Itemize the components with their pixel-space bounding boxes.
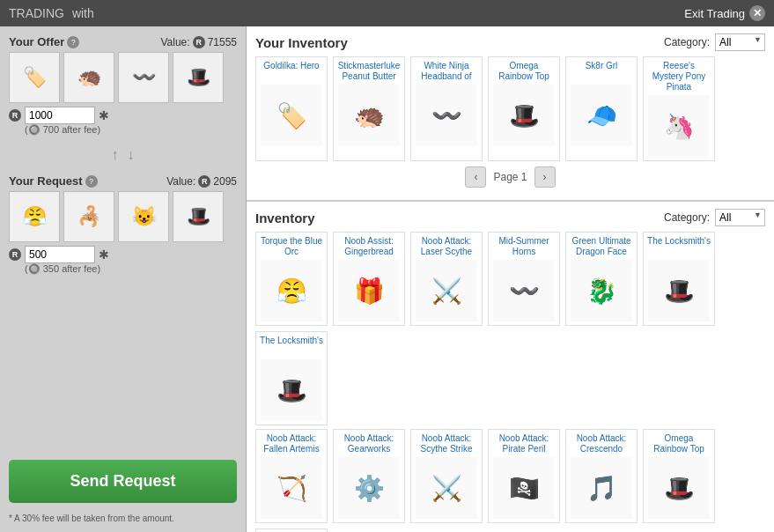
request-item-3[interactable]: 😺 <box>118 191 169 242</box>
request-header: Your Request ? Value: R 2095 <box>9 174 237 188</box>
robux-icon-request: R <box>198 175 210 188</box>
left-panel: Your Offer ? Value: R 71555 🏷️ 🦔 〰️ <box>0 26 247 532</box>
exit-label: Exit Trading <box>684 7 745 20</box>
offer-value-label: Value: <box>160 36 189 48</box>
offer-plus-row: R ✱ <box>9 107 237 124</box>
inv-item-7-img: 🎩 <box>261 359 322 421</box>
inventory-category-select[interactable]: All Hats Faces Gear <box>715 209 765 226</box>
request-fee-note: (🔘 350 after fee) <box>25 263 237 275</box>
request-item-1[interactable]: 😤 <box>9 191 60 242</box>
inv-item-3-name: Noob Attack: Laser Scythe <box>415 236 478 257</box>
inv-item-13[interactable]: Omega Rainbow Top 🎩 <box>643 429 715 523</box>
offer-items-grid: 🏷️ 🦔 〰️ 🎩 <box>9 52 237 103</box>
exit-trading-button[interactable]: Exit Trading ✕ <box>684 5 765 21</box>
inv-item-4[interactable]: Mid-Summer Horns 〰️ <box>488 232 560 326</box>
inv-item-10-img: ⚔️ <box>416 457 477 519</box>
main-layout: Your Offer ? Value: R 71555 🏷️ 🦔 〰️ <box>0 26 774 532</box>
offer-item-4[interactable]: 🎩 <box>173 52 224 103</box>
inventory-category-label: Category: <box>664 211 710 224</box>
your-inv-item-3[interactable]: White Ninja Headband of 〰️ <box>410 56 483 161</box>
inv-item-12-name: Noob Attack: Crescendo <box>570 433 633 454</box>
inv-item-9-img: ⚙️ <box>338 457 400 519</box>
inventory-category-select-wrap[interactable]: All Hats Faces Gear <box>715 209 765 226</box>
offer-value-number: 71555 <box>208 36 237 48</box>
your-inventory-pagination: ‹ Page 1 › <box>255 161 765 193</box>
your-inventory-section: Your Inventory Category: All Hats Faces … <box>247 26 774 202</box>
fee-disclaimer: * A 30% fee will be taken from the amoun… <box>9 514 237 523</box>
inventory-items-grid: Torque the Blue Orc 😤 Noob Assist: Ginge… <box>255 232 765 425</box>
your-inv-item-6-name: Reese's Mystery Pony Pinata <box>647 61 711 92</box>
your-inv-item-2-name: Stickmasterluke Peanut Butter <box>337 61 401 82</box>
inv-item-2[interactable]: Noob Assist: Gingerbread 🎁 <box>333 232 405 326</box>
send-request-button[interactable]: Send Request <box>9 460 237 503</box>
inv-item-4-name: Mid-Summer Horns <box>492 236 556 257</box>
inv-item-1[interactable]: Torque the Blue Orc 😤 <box>255 232 328 326</box>
inv-item-6-img: 🎩 <box>648 260 710 321</box>
robux-icon-offer: R <box>193 36 205 48</box>
your-inv-next-page-button[interactable]: › <box>534 166 556 188</box>
your-inv-prev-page-button[interactable]: ‹ <box>465 166 486 188</box>
your-offer-section: Your Offer ? Value: R 71555 🏷️ 🦔 〰️ <box>9 35 237 136</box>
your-inventory-category-select[interactable]: All Hats Faces Gear <box>715 33 765 51</box>
your-inventory-items-grid: Goldilka: Hero 🏷️ Stickmasterluke Peanut… <box>255 56 765 161</box>
multiply-sign-offer: ✱ <box>99 108 109 122</box>
offer-plus-input[interactable] <box>25 107 95 124</box>
inv-item-5[interactable]: Green Ultimate Dragon Face 🐉 <box>565 232 638 326</box>
offer-help-icon[interactable]: ? <box>67 36 79 48</box>
inv-item-5-name: Green Ultimate Dragon Face <box>570 236 633 257</box>
inventory-items-grid-2: Noob Attack: Fallen Artemis 🏹 Noob Attac… <box>255 429 765 532</box>
offer-item-3[interactable]: 〰️ <box>118 52 169 103</box>
multiply-sign-request: ✱ <box>99 248 109 262</box>
request-item-4[interactable]: 🎩 <box>173 191 224 242</box>
trading-word: TRADING <box>9 6 64 20</box>
inv-item-9[interactable]: Noob Attack: Gearworks ⚙️ <box>333 429 405 523</box>
your-inv-item-6-img: 🦄 <box>648 95 710 157</box>
your-inv-item-5[interactable]: Sk8r Grl 🧢 <box>565 56 638 161</box>
request-item-2[interactable]: 🦂 <box>63 191 114 242</box>
your-inventory-header: Your Inventory Category: All Hats Faces … <box>255 33 765 51</box>
request-help-icon[interactable]: ? <box>85 175 98 188</box>
your-inv-item-1-img: 🏷️ <box>261 85 322 146</box>
offer-header: Your Offer ? Value: R 71555 <box>9 35 237 48</box>
inv-item-13-img: 🎩 <box>648 457 710 519</box>
request-title: Your Request <box>9 174 83 188</box>
your-inv-item-6[interactable]: Reese's Mystery Pony Pinata 🦄 <box>643 56 715 161</box>
offer-item-2[interactable]: 🦔 <box>63 52 114 103</box>
your-inventory-category: Category: All Hats Faces Gear <box>664 33 765 51</box>
your-inv-item-3-img: 〰️ <box>416 85 477 146</box>
offer-item-1[interactable]: 🏷️ <box>9 52 60 103</box>
inv-item-14[interactable]: Golden Crown 👑 <box>255 528 328 532</box>
request-plus-input[interactable] <box>25 246 95 263</box>
inv-item-6-name: The Locksmith's <box>647 236 711 257</box>
offer-title: Your Offer <box>9 35 64 48</box>
inv-item-10[interactable]: Noob Attack: Scythe Strike ⚔️ <box>410 429 483 523</box>
inv-item-7-name: The Locksmith's <box>260 336 323 357</box>
down-arrow-icon: ↓ <box>128 147 135 163</box>
your-inv-item-4[interactable]: Omega Rainbow Top 🎩 <box>488 56 560 161</box>
inv-item-7[interactable]: The Locksmith's 🎩 <box>255 331 328 425</box>
top-bar: TRADING with Exit Trading ✕ <box>0 0 774 26</box>
inv-item-12[interactable]: Noob Attack: Crescendo 🎵 <box>565 429 638 523</box>
inv-item-6[interactable]: The Locksmith's 🎩 <box>643 232 715 326</box>
request-plus-row: R ✱ <box>9 246 237 263</box>
inv-item-11[interactable]: Noob Attack: Pirate Peril 🏴‍☠️ <box>488 429 560 523</box>
with-label: with <box>72 6 94 20</box>
offer-fee-note: (🔘 700 after fee) <box>25 124 237 136</box>
your-inventory-category-select-wrap[interactable]: All Hats Faces Gear <box>715 33 765 51</box>
inv-item-3-img: ⚔️ <box>416 260 477 321</box>
inv-item-2-name: Noob Assist: Gingerbread <box>337 236 401 257</box>
up-arrow-icon: ↑ <box>112 147 119 163</box>
request-value: Value: R 2095 <box>166 175 237 188</box>
inv-item-10-name: Noob Attack: Scythe Strike <box>415 433 478 454</box>
your-inv-page-label: Page 1 <box>493 171 527 183</box>
inv-item-2-img: 🎁 <box>338 260 400 321</box>
inv-item-11-name: Noob Attack: Pirate Peril <box>492 433 556 454</box>
your-inventory-category-label: Category: <box>664 36 710 48</box>
inv-item-3[interactable]: Noob Attack: Laser Scythe ⚔️ <box>410 232 483 326</box>
your-inv-item-1[interactable]: Goldilka: Hero 🏷️ <box>255 56 328 161</box>
inv-item-1-name: Torque the Blue Orc <box>260 236 323 257</box>
right-panel: Your Inventory Category: All Hats Faces … <box>247 26 774 532</box>
your-inv-item-2[interactable]: Stickmasterluke Peanut Butter 🦔 <box>333 56 405 161</box>
inv-item-8[interactable]: Noob Attack: Fallen Artemis 🏹 <box>255 429 328 523</box>
your-request-section: Your Request ? Value: R 2095 😤 🦂 😺 <box>9 174 237 275</box>
